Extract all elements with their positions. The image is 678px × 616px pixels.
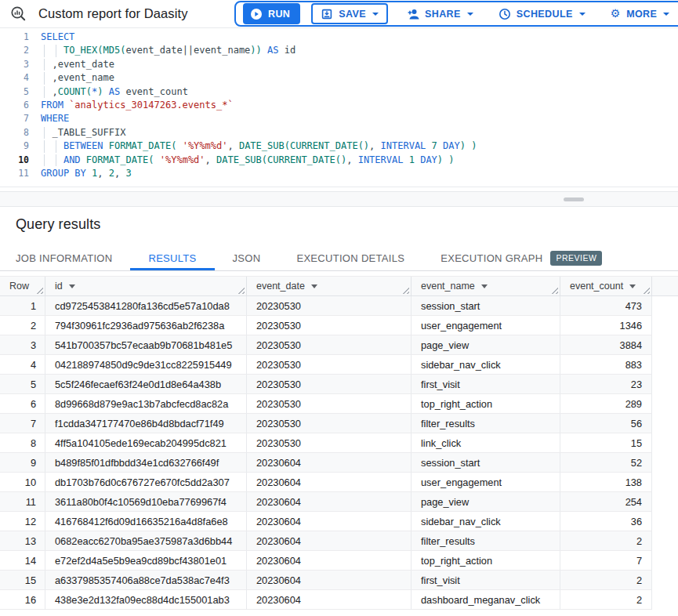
schedule-button[interactable]: SCHEDULE (491, 3, 593, 24)
column-header-fill (652, 277, 678, 295)
code-text: BETWEEN FORMAT_DATE( '%Y%m%d', DATE_SUB(… (41, 140, 477, 153)
table-row: 15a6337985357406a88ce7da538ac7e4f3202306… (0, 571, 678, 590)
code-text: WHERE (41, 112, 69, 125)
table-row: 16438e3e2d132fa09ec88d4dc155001ab3202306… (0, 590, 678, 610)
code-line[interactable]: 1SELECT (0, 31, 678, 44)
save-icon (321, 8, 333, 20)
line-number: 4 (0, 71, 29, 85)
tab-execution-details[interactable]: EXECUTION DETAILS (278, 246, 422, 270)
cell-id: db1703b76d0c676727e670fc5dd2a307 (45, 473, 247, 492)
code-line[interactable]: 9 BETWEEN FORMAT_DATE( '%Y%m%d', DATE_SU… (0, 140, 678, 153)
run-label: RUN (268, 9, 290, 20)
cell-id: 438e3e2d132fa09ec88d4dc155001ab3 (45, 590, 247, 610)
cell-event_name: top_right_action (412, 551, 560, 571)
code-line[interactable]: 7WHERE (0, 112, 678, 125)
cell-event_count: 2 (560, 590, 652, 610)
cell-fill (652, 492, 678, 512)
cell-fill (652, 531, 678, 551)
cell-event_count: 36 (560, 512, 652, 531)
cell-fill (652, 296, 678, 316)
cell-event_count: 473 (560, 296, 652, 316)
line-number: 9 (0, 140, 29, 153)
code-line[interactable]: 10 AND FORMAT_DATE( '%Y%m%d', DATE_SUB(C… (0, 154, 678, 167)
column-header-event_date[interactable]: event_date (247, 277, 412, 295)
cell-event_date: 20230530 (247, 414, 412, 433)
column-resize-handle[interactable] (237, 287, 245, 294)
tab-job-information[interactable]: JOB INFORMATION (16, 246, 130, 270)
cell-event_name: filter_results (412, 531, 560, 551)
table-row: 14e72ef2d4a5e5b9ea9cd89bcf43801e01202306… (0, 551, 678, 571)
cell-id: 4ff5a104105ede169ecab204995dc821 (45, 433, 247, 453)
tab-execution-graph[interactable]: EXECUTION GRAPHPREVIEW (422, 246, 620, 270)
cell-event_date: 20230530 (247, 335, 412, 355)
cell-row: 14 (0, 551, 45, 571)
more-label: MORE (626, 9, 657, 20)
indent-guide (44, 59, 45, 71)
cell-event_count: 883 (560, 355, 652, 375)
query-icon (10, 5, 27, 22)
column-resize-handle[interactable] (36, 287, 43, 294)
tab-results[interactable]: RESULTS (130, 246, 214, 270)
tab-label: JSON (233, 252, 261, 264)
cell-event_count: 138 (560, 473, 652, 492)
code-line[interactable]: 8 _TABLE_SUFFIX (0, 126, 678, 140)
sort-caret-icon[interactable] (629, 284, 636, 288)
indent-guide (44, 72, 45, 84)
page-title: Custom report for Daasity (38, 6, 187, 21)
column-resize-handle[interactable] (551, 287, 558, 294)
code-line[interactable]: 3 ,event_date (0, 58, 678, 71)
cell-id: 3611a80b0f4c10569d10eba7769967f4 (45, 492, 247, 512)
sort-caret-icon[interactable] (481, 284, 488, 288)
cell-event_name: session_start (412, 296, 560, 316)
cell-id: b489f85f01dfbbdd34e1cd632766f49f (45, 453, 247, 473)
column-header-id[interactable]: id (45, 277, 247, 295)
table-row: 113611a80b0f4c10569d10eba7769967f4202306… (0, 492, 678, 512)
code-line[interactable]: 4 ,event_name (0, 71, 678, 85)
column-resize-handle[interactable] (402, 287, 409, 294)
run-button[interactable]: RUN (243, 3, 300, 24)
play-icon (250, 8, 263, 20)
column-header-event_name[interactable]: event_name (412, 277, 560, 295)
code-line[interactable]: 5 ,COUNT(*) AS event_count (0, 85, 678, 99)
tab-json[interactable]: JSON (215, 246, 279, 270)
code-line[interactable]: 11GROUP BY 1, 2, 3 (0, 167, 678, 180)
cell-row: 7 (0, 414, 45, 433)
cell-event_date: 20230530 (247, 433, 412, 453)
cell-event_name: dashboard_meganav_click (412, 590, 560, 610)
column-resize-handle[interactable] (643, 287, 650, 294)
save-button[interactable]: SAVE (311, 3, 388, 24)
cell-row: 6 (0, 394, 45, 414)
cell-event_count: 15 (560, 433, 652, 453)
cell-fill (652, 551, 678, 571)
column-label: id (55, 281, 63, 292)
chevron-down-icon (579, 13, 586, 16)
cell-event_date: 20230604 (247, 551, 412, 571)
column-label: event_date (256, 281, 305, 292)
share-label: SHARE (425, 9, 461, 20)
code-line[interactable]: 6FROM `analytics_30147263.events_*` (0, 99, 678, 112)
more-button[interactable]: ⚙ MORE (604, 3, 677, 24)
table-row: 12416768412f6d09d16635216a4d8fa6e8202306… (0, 512, 678, 531)
table-header-row: Rowidevent_dateevent_nameevent_count (0, 276, 678, 296)
bigquery-query-page: Custom report for Daasity RUN (0, 0, 678, 616)
cell-event_name: user_engagement (412, 316, 560, 335)
panel-resize-handle[interactable] (564, 197, 584, 201)
table-row: 2794f30961fc2936ad975636ab2f6238a2023053… (0, 316, 678, 335)
cell-event_name: sidebar_nav_click (412, 355, 560, 375)
save-label: SAVE (339, 9, 366, 20)
code-line[interactable]: 2 TO_HEX(MD5(event_date||event_name)) AS… (0, 44, 678, 57)
cell-event_date: 20230604 (247, 512, 412, 531)
share-button[interactable]: SHARE (399, 3, 480, 24)
sql-editor[interactable]: 1SELECT2 TO_HEX(MD5(event_date||event_na… (0, 28, 678, 187)
cell-id: f1cdda347177470e86b4d8bdacf71f49 (45, 414, 247, 433)
column-label: Row (9, 281, 29, 292)
sort-caret-icon[interactable] (311, 284, 317, 288)
cell-event_count: 289 (560, 394, 652, 414)
sort-caret-icon[interactable] (69, 284, 75, 288)
cell-id: a6337985357406a88ce7da538ac7e4f3 (45, 571, 247, 590)
cell-row: 16 (0, 590, 45, 610)
column-header-event_count[interactable]: event_count (560, 277, 652, 295)
cell-row: 4 (0, 355, 45, 375)
cell-event_name: sidebar_nav_click (412, 512, 560, 531)
cell-event_date: 20230530 (247, 375, 412, 394)
